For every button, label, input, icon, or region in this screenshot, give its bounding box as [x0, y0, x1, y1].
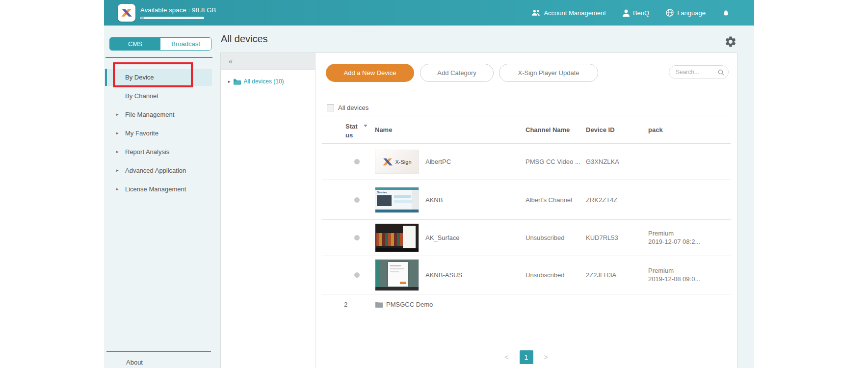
sidebar-item-label: By Channel [125, 92, 158, 100]
device-thumbnail: Stories [375, 187, 419, 213]
user-name-label: BenQ [633, 9, 649, 17]
tree-collapse-button[interactable]: « [221, 53, 315, 70]
device-thumbnail [375, 223, 419, 252]
current-page-button[interactable]: 1 [520, 350, 533, 364]
content-panel: « ▸ All devices (10) Add a New Device Ad [220, 53, 737, 368]
screen: Available space : 98.8 GB Account Manage… [0, 0, 868, 368]
tree-item-all-devices[interactable]: ▸ All devices (10) [228, 78, 315, 85]
expand-arrow-icon: ▸ [116, 168, 119, 173]
expand-arrow-icon: ▸ [116, 131, 119, 135]
device-row[interactable]: AKNB-ASUS Unsubscribed 2Z2JFH3A Premium … [322, 256, 731, 294]
language-button[interactable]: Language [666, 9, 706, 17]
pack-cell: Premium 2019-12-07 08:2... [648, 230, 731, 246]
status-cell [322, 197, 375, 203]
sidebar-item-label: My Favorite [125, 130, 158, 137]
devices-main-pane: Add a New Device Add Category X-Sign Pla… [316, 53, 737, 368]
name-cell: X-Sign AlbertPC [375, 150, 526, 174]
folder-row[interactable]: 2 PMSGCC Demo [322, 294, 731, 314]
add-new-device-button[interactable]: Add a New Device [326, 64, 414, 82]
sidebar-item-label: File Management [125, 111, 174, 118]
status-dot [354, 159, 360, 164]
folder-device-count: 2 [322, 301, 375, 308]
sidebar-item-license-management[interactable]: ▸ License Management [104, 180, 220, 198]
toolbar: Add a New Device Add Category X-Sign Pla… [322, 64, 731, 82]
add-category-button[interactable]: Add Category [420, 64, 494, 82]
about-section: About [104, 351, 220, 366]
player-update-button[interactable]: X-Sign Player Update [499, 64, 598, 82]
mode-tabs: CMS Broadcast [109, 37, 211, 51]
available-space-label: Available space : 98.8 GB [140, 6, 216, 14]
storage-progress-bar [140, 17, 204, 19]
user-icon [623, 9, 630, 17]
account-management-button[interactable]: Account Management [531, 9, 605, 17]
column-header-channel: Channel Name [526, 116, 586, 143]
sidebar-item-by-channel[interactable]: By Channel [104, 86, 220, 105]
select-all-checkbox[interactable] [327, 104, 334, 111]
sidebar-item-by-device[interactable]: By Device [105, 69, 212, 86]
page-title: All devices [221, 33, 268, 45]
collapse-chevrons-icon: « [229, 57, 233, 65]
sidebar-separator [105, 57, 212, 58]
open-folder-icon [233, 79, 241, 85]
table-header: Status Name Channel Name Device ID pack [322, 116, 731, 144]
expand-arrow-icon: ▸ [116, 149, 119, 154]
search-box [669, 65, 729, 79]
topbar: Available space : 98.8 GB Account Manage… [104, 0, 754, 26]
search-input[interactable] [676, 69, 715, 76]
sidebar: CMS Broadcast By Device By Channel ▸ Fil… [104, 26, 220, 368]
sort-caret-icon[interactable] [364, 125, 368, 127]
sidebar-menu: By Device By Channel ▸ File Management ▸… [104, 68, 220, 198]
next-page-button[interactable]: > [544, 353, 548, 361]
device-row[interactable]: AK_Surface Unsubscribed KUD7RL53 Premium… [322, 220, 731, 256]
device-name: AKNB-ASUS [425, 271, 462, 279]
tab-broadcast[interactable]: Broadcast [160, 38, 211, 50]
language-label: Language [677, 9, 706, 17]
expand-arrow-icon: ▸ [116, 112, 119, 117]
device-id-cell: ZRK2ZT4Z [586, 196, 648, 204]
tab-cms[interactable]: CMS [110, 38, 160, 50]
status-dot [354, 197, 360, 203]
sidebar-item-report-analysis[interactable]: ▸ Report Analysis [104, 142, 220, 161]
notifications-button[interactable] [722, 9, 730, 17]
pack-date: 2019-12-07 08:2... [648, 238, 700, 246]
app-page: Available space : 98.8 GB Account Manage… [104, 0, 754, 368]
folder-icon [375, 301, 383, 308]
device-name: AlbertPC [425, 158, 451, 165]
name-cell: Stories AKNB [375, 187, 526, 213]
channel-cell: PMSG CC Video ... [526, 158, 586, 165]
status-cell [322, 272, 375, 278]
user-menu[interactable]: BenQ [623, 9, 649, 17]
sidebar-item-label: By Device [125, 74, 154, 81]
search-icon[interactable] [718, 69, 724, 76]
tree-expand-arrow-icon: ▸ [228, 79, 231, 84]
topbar-right: Account Management BenQ Language [531, 0, 730, 26]
status-dot [354, 235, 360, 240]
column-header-device-id: Device ID [586, 116, 648, 143]
select-all-label: All devices [338, 104, 368, 111]
status-dot [354, 272, 360, 278]
column-header-name: Name [375, 116, 526, 143]
sidebar-item-label: Report Analysis [125, 148, 169, 156]
xsign-x-icon [382, 158, 393, 166]
sidebar-item-label: License Management [125, 185, 186, 193]
sidebar-item-advanced-application[interactable]: ▸ Advanced Application [104, 161, 220, 180]
channel-cell: Unsubscribed [526, 234, 586, 241]
pack-type: Premium [648, 267, 700, 275]
device-row[interactable]: X-Sign AlbertPC PMSG CC Video ... G3XNZL… [322, 144, 731, 180]
device-tree-pane: « ▸ All devices (10) [221, 53, 316, 368]
sidebar-item-my-favorite[interactable]: ▸ My Favorite [104, 124, 220, 142]
device-id-cell: KUD7RL53 [586, 234, 648, 241]
globe-icon [666, 9, 674, 17]
settings-button[interactable] [724, 35, 737, 48]
expand-arrow-icon: ▸ [116, 186, 119, 191]
xsign-logo[interactable] [118, 4, 135, 22]
device-row[interactable]: Stories AKNB Albert's Channel ZRK2ZT4Z [322, 180, 731, 220]
about-button[interactable]: About [104, 352, 220, 366]
channel-cell: Unsubscribed [526, 271, 586, 279]
status-cell [322, 235, 375, 240]
column-header-pack: pack [648, 116, 731, 143]
name-cell: AKNB-ASUS [375, 259, 526, 291]
sidebar-item-file-management[interactable]: ▸ File Management [104, 105, 220, 124]
pagination: < 1 > [322, 350, 731, 364]
prev-page-button[interactable]: < [504, 353, 508, 361]
